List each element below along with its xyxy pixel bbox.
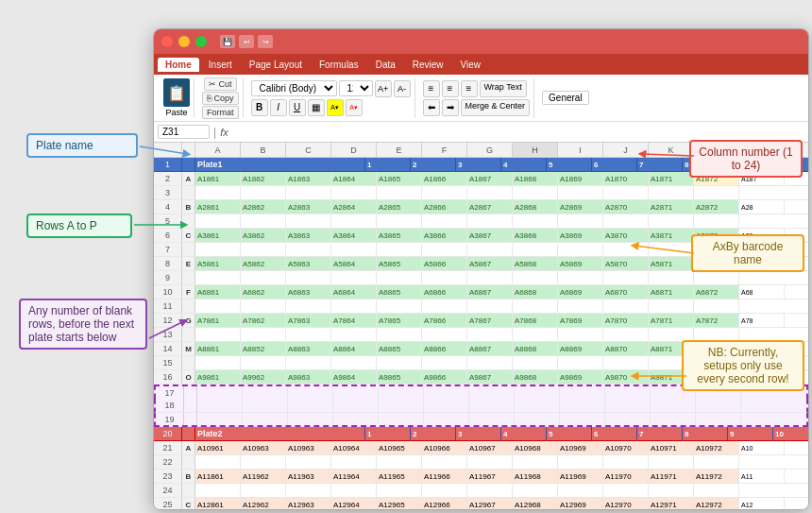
cell-19-8[interactable] bbox=[515, 413, 560, 425]
cell-16-7[interactable]: A9867 bbox=[467, 370, 513, 384]
cell-6-8[interactable]: A3868 bbox=[513, 229, 558, 242]
cell-16-1[interactable]: A9861 bbox=[195, 370, 241, 384]
cell-19-11[interactable] bbox=[651, 413, 696, 425]
cell-25-13[interactable]: A12 bbox=[739, 498, 785, 509]
cell-22-11[interactable] bbox=[649, 455, 694, 469]
cell-11-8[interactable] bbox=[513, 299, 558, 313]
cell-6-9[interactable]: A3869 bbox=[558, 229, 603, 242]
cell-16-10[interactable]: A9870 bbox=[603, 370, 649, 384]
cell-2-7[interactable]: A1867 bbox=[467, 172, 513, 185]
cell-4-11[interactable]: A2871 bbox=[649, 200, 694, 214]
tab-view[interactable]: View bbox=[453, 58, 489, 72]
cell-24-9[interactable] bbox=[558, 484, 603, 497]
cell-11-10[interactable] bbox=[603, 299, 649, 313]
cell-8-6[interactable]: A5866 bbox=[422, 257, 467, 270]
cell-7-11[interactable] bbox=[649, 243, 694, 256]
cell-17-4[interactable] bbox=[333, 386, 379, 399]
cell-10-2[interactable]: A6862 bbox=[241, 285, 286, 299]
cell-4-1[interactable]: A2861 bbox=[195, 200, 241, 214]
cell-17-9[interactable] bbox=[560, 386, 605, 399]
font-shrink-button[interactable]: A- bbox=[394, 80, 411, 97]
cell-16-2[interactable]: A9962 bbox=[241, 370, 286, 384]
cell-10-10[interactable]: A6870 bbox=[603, 285, 649, 299]
cell-8-8[interactable]: A5868 bbox=[513, 257, 558, 270]
cell-11-6[interactable] bbox=[422, 299, 467, 313]
cell-19-2[interactable] bbox=[243, 413, 288, 425]
cell-25-12[interactable]: A12972 bbox=[694, 498, 739, 509]
cell-18-11[interactable] bbox=[651, 399, 696, 412]
cell-19-6[interactable] bbox=[424, 413, 469, 425]
spreadsheet-body[interactable]: 1 Plate1 1 2 3 4 5 6 7 8 9 10 11 12 2 A … bbox=[154, 158, 808, 509]
cell-13-6[interactable] bbox=[422, 328, 467, 341]
cell-17-5[interactable] bbox=[379, 386, 424, 399]
cell-5-9[interactable] bbox=[558, 214, 603, 228]
cell-21-1[interactable]: A10961 bbox=[195, 441, 241, 454]
save-icon[interactable]: 💾 bbox=[220, 35, 235, 48]
cell-13-3[interactable] bbox=[286, 328, 331, 341]
cell-23-3[interactable]: A11963 bbox=[286, 470, 331, 483]
bold-button[interactable]: B bbox=[251, 99, 268, 116]
format-button[interactable]: Format bbox=[202, 106, 239, 119]
cell-2-11[interactable]: A1871 bbox=[649, 172, 694, 185]
cell-16-4[interactable]: A9864 bbox=[331, 370, 377, 384]
cell-7-6[interactable] bbox=[422, 243, 467, 256]
cell-14-7[interactable]: A8867 bbox=[467, 342, 513, 355]
cell-4-8[interactable]: A2868 bbox=[513, 200, 558, 214]
cell-5-4[interactable] bbox=[331, 214, 377, 228]
cell-9-12[interactable] bbox=[694, 271, 739, 284]
cell-18-10[interactable] bbox=[605, 399, 651, 412]
tab-page-layout[interactable]: Page Layout bbox=[242, 58, 310, 72]
cell-11-12[interactable] bbox=[694, 299, 739, 313]
cell-22-5[interactable] bbox=[377, 455, 422, 469]
cell-3-9[interactable] bbox=[558, 186, 603, 199]
cell-5-1[interactable] bbox=[195, 214, 241, 228]
cell-3-7[interactable] bbox=[467, 186, 513, 199]
cell-14-10[interactable]: A8870 bbox=[603, 342, 649, 355]
cell-9-3[interactable] bbox=[286, 271, 331, 284]
cell-13-5[interactable] bbox=[377, 328, 422, 341]
cell-6-2[interactable]: A3862 bbox=[241, 229, 286, 242]
wrap-text-button[interactable]: Wrap Text bbox=[480, 80, 527, 97]
cell-2-5[interactable]: A1865 bbox=[377, 172, 422, 185]
cell-2-3[interactable]: A1863 bbox=[286, 172, 331, 185]
cell-8-2[interactable]: A5862 bbox=[241, 257, 286, 270]
cell-4-6[interactable]: A2866 bbox=[422, 200, 467, 214]
cell-4-4[interactable]: A2864 bbox=[331, 200, 377, 214]
cell-4-7[interactable]: A2867 bbox=[467, 200, 513, 214]
tab-data[interactable]: Data bbox=[368, 58, 403, 72]
cell-21-3[interactable]: A10963 bbox=[286, 441, 331, 454]
cell-24-11[interactable] bbox=[649, 484, 694, 497]
cell-6-11[interactable]: A3871 bbox=[649, 229, 694, 242]
cell-19-1[interactable] bbox=[197, 413, 243, 425]
cell-15-9[interactable] bbox=[558, 356, 603, 369]
border-button[interactable]: ▦ bbox=[308, 99, 325, 116]
cell-10-5[interactable]: A6865 bbox=[377, 285, 422, 299]
cell-25-2[interactable]: A12962 bbox=[241, 498, 286, 509]
cell-24-8[interactable] bbox=[513, 484, 558, 497]
cell-2-4[interactable]: A1864 bbox=[331, 172, 377, 185]
cell-19-7[interactable] bbox=[469, 413, 515, 425]
cell-13-7[interactable] bbox=[467, 328, 513, 341]
cell-12-13[interactable]: A78 bbox=[739, 314, 785, 327]
underline-button[interactable]: U bbox=[289, 99, 306, 116]
tab-home[interactable]: Home bbox=[158, 58, 199, 72]
copy-button[interactable]: ⎘ Copy bbox=[202, 92, 239, 105]
cell-18-5[interactable] bbox=[379, 399, 424, 412]
cell-6-1[interactable]: A3861 bbox=[195, 229, 241, 242]
align-right-button[interactable]: ≡ bbox=[461, 80, 478, 97]
cell-3-11[interactable] bbox=[649, 186, 694, 199]
cell-25-1[interactable]: A12861 bbox=[195, 498, 241, 509]
tab-insert[interactable]: Insert bbox=[201, 58, 240, 72]
cell-14-2[interactable]: A8852 bbox=[241, 342, 286, 355]
cell-7-5[interactable] bbox=[377, 243, 422, 256]
cell-22-3[interactable] bbox=[286, 455, 331, 469]
cell-25-6[interactable]: A12966 bbox=[422, 498, 467, 509]
cell-11-2[interactable] bbox=[241, 299, 286, 313]
cell-23-4[interactable]: A11964 bbox=[331, 470, 377, 483]
cell-5-11[interactable] bbox=[649, 214, 694, 228]
cell-18-9[interactable] bbox=[560, 399, 605, 412]
cell-12-9[interactable]: A7869 bbox=[558, 314, 603, 327]
cell-12-10[interactable]: A7870 bbox=[603, 314, 649, 327]
cell-9-2[interactable] bbox=[241, 271, 286, 284]
number-format-selector[interactable]: General bbox=[542, 91, 589, 105]
